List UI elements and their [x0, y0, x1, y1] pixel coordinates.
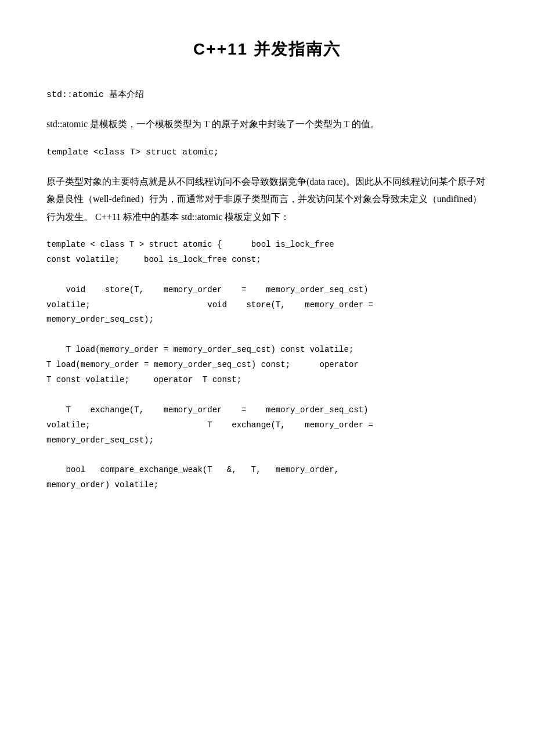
section-struct-code: template < class T > struct atomic { boo…: [46, 237, 488, 493]
intro-heading-text: std::atomic 基本介绍: [46, 87, 488, 104]
struct-code-text: template < class T > struct atomic { boo…: [46, 237, 488, 493]
page-title: C++11 并发指南六: [46, 35, 488, 64]
template-line-text: template <class T> struct atomic;: [46, 145, 488, 161]
desc-paragraph-text: 原子类型对象的主要特点就是从不同线程访问不会导致数据竞争(data race)。…: [46, 173, 488, 226]
section-desc-para: 原子类型对象的主要特点就是从不同线程访问不会导致数据竞争(data race)。…: [46, 173, 488, 226]
intro-paragraph-text: std::atomic 是模板类，一个模板类型为 T 的原子对象中封装了一个类型…: [46, 116, 488, 133]
section-template-line: template <class T> struct atomic;: [46, 145, 488, 161]
section-intro-para: std::atomic 是模板类，一个模板类型为 T 的原子对象中封装了一个类型…: [46, 116, 488, 133]
section-intro-heading: std::atomic 基本介绍: [46, 87, 488, 104]
